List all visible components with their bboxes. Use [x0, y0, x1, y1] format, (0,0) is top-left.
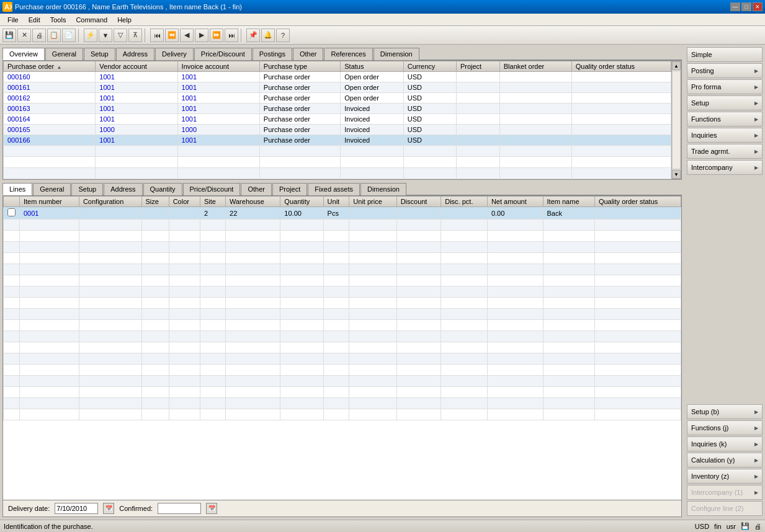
upper-tab-setup[interactable]: Setup [84, 48, 115, 60]
right-btn-posting[interactable]: Posting▶ [687, 63, 763, 78]
upper-table-wrapper[interactable]: Purchase order ▲Vendor accountInvoice ac… [3, 61, 671, 179]
upper-col-blanketorder[interactable]: Blanket order [499, 61, 571, 72]
upper-tab-postings[interactable]: Postings [253, 48, 292, 60]
upper-table-row[interactable]: 00016610011001Purchase orderInvoicedUSD [4, 135, 671, 146]
upper-table-row[interactable]: 00016310011001Purchase orderInvoicedUSD [4, 104, 671, 114]
lower-tab-pricediscount[interactable]: Price/Discount [183, 183, 241, 195]
menu-item-help[interactable]: Help [112, 15, 136, 25]
upper-col-purchasetype[interactable]: Purchase type [259, 61, 340, 72]
toolbar-btn-20[interactable]: ? [276, 29, 290, 42]
lower-tab-quantity[interactable]: Quantity [143, 183, 182, 195]
lower-tab-general[interactable]: General [33, 183, 71, 195]
upper-col-vendoraccount[interactable]: Vendor account [96, 61, 177, 72]
right-btn-lower-functions(j)[interactable]: Functions (j)▶ [687, 420, 763, 435]
row-checkbox[interactable] [7, 208, 16, 216]
menu-item-tools[interactable]: Tools [45, 15, 71, 25]
upper-col-qualityorderstatus[interactable]: Quality order status [571, 61, 671, 72]
menu-item-file[interactable]: File [2, 15, 24, 25]
upper-table-row[interactable]: 00016010011001Purchase orderOpen orderUS… [4, 72, 671, 82]
confirmed-calendar-button[interactable]: 📅 [206, 503, 217, 514]
lower-tab-dimension[interactable]: Dimension [360, 183, 406, 195]
right-btn-intercompany[interactable]: Intercompany▶ [687, 160, 763, 175]
lower-col-itemnumber[interactable]: Item number [20, 197, 79, 207]
lower-col-[interactable] [4, 197, 20, 207]
lower-tab-other[interactable]: Other [241, 183, 272, 195]
close-button[interactable]: ✕ [753, 2, 763, 11]
toolbar-btn-14[interactable]: ▶ [195, 29, 208, 42]
right-btn-lower-inquiries(k)[interactable]: Inquiries (k)▶ [687, 437, 763, 451]
lower-tab-project[interactable]: Project [272, 183, 307, 195]
right-btn-simple[interactable]: Simple [687, 47, 763, 62]
lower-tab-fixedassets[interactable]: Fixed assets [308, 183, 360, 195]
upper-tab-overview[interactable]: Overview [2, 48, 45, 60]
minimize-button[interactable]: — [730, 2, 740, 11]
scroll-up[interactable]: ▲ [672, 61, 681, 70]
lower-tab-lines[interactable]: Lines [2, 183, 32, 195]
delivery-date-input[interactable] [55, 503, 98, 514]
upper-col-status[interactable]: Status [341, 61, 404, 72]
lower-col-quantity[interactable]: Quantity [280, 197, 323, 207]
upper-col-currency[interactable]: Currency [403, 61, 456, 72]
upper-tab-other[interactable]: Other [293, 48, 324, 60]
lower-col-warehouse[interactable]: Warehouse [226, 197, 280, 207]
lower-col-configuration[interactable]: Configuration [79, 197, 141, 207]
confirmed-input[interactable] [158, 503, 201, 514]
lower-col-qualityorderstatus[interactable]: Quality order status [594, 197, 681, 207]
toolbar-btn-1[interactable]: ✕ [17, 29, 31, 42]
lower-table-row[interactable]: 000122210.00Pcs0.00Back [4, 207, 681, 219]
toolbar-btn-19[interactable]: 🔔 [261, 29, 275, 42]
lower-col-discount[interactable]: Discount [396, 197, 441, 207]
toolbar-btn-0[interactable]: 💾 [2, 29, 16, 42]
lower-col-netamount[interactable]: Net amount [487, 197, 543, 207]
lower-col-unit[interactable]: Unit [323, 197, 349, 207]
upper-table-row[interactable]: 00016410011001Purchase orderInvoicedUSD [4, 114, 671, 125]
upper-tab-address[interactable]: Address [116, 48, 154, 60]
toolbar-btn-16[interactable]: ⏭ [225, 29, 238, 42]
upper-col-purchaseorder[interactable]: Purchase order ▲ [4, 61, 96, 72]
toolbar-btn-15[interactable]: ⏩ [210, 29, 223, 42]
scroll-down[interactable]: ▼ [672, 170, 681, 179]
lower-col-site[interactable]: Site [200, 197, 226, 207]
toolbar-btn-13[interactable]: ◀ [180, 29, 194, 42]
toolbar-btn-18[interactable]: 📌 [246, 29, 260, 42]
upper-scrollbar[interactable]: ▲ ▼ [671, 61, 681, 179]
delivery-date-calendar-button[interactable]: 📅 [103, 503, 114, 514]
upper-col-invoiceaccount[interactable]: Invoice account [177, 61, 259, 72]
toolbar-btn-7[interactable]: ▼ [99, 29, 112, 42]
upper-tab-dimension[interactable]: Dimension [374, 48, 419, 60]
toolbar-btn-3[interactable]: 📋 [47, 29, 61, 42]
right-btn-lower-calculation(y)[interactable]: Calculation (y)▶ [687, 453, 763, 468]
toolbar-btn-8[interactable]: ▽ [114, 29, 127, 42]
toolbar-btn-11[interactable]: ⏮ [150, 29, 164, 42]
lower-col-itemname[interactable]: Item name [543, 197, 594, 207]
menu-item-command[interactable]: Command [71, 15, 112, 25]
upper-table-row[interactable]: 00016110011001Purchase orderOpen orderUS… [4, 82, 671, 93]
right-btn-inquiries[interactable]: Inquiries▶ [687, 128, 763, 143]
right-btn-lower-setup(b)[interactable]: Setup (b)▶ [687, 404, 763, 419]
lower-col-color[interactable]: Color [169, 197, 200, 207]
right-btn-functions[interactable]: Functions▶ [687, 112, 763, 126]
menu-item-edit[interactable]: Edit [24, 15, 45, 25]
toolbar-btn-2[interactable]: 🖨 [32, 29, 46, 42]
lower-tab-setup[interactable]: Setup [71, 183, 103, 195]
right-btn-lower-inventory(z)[interactable]: Inventory (z)▶ [687, 469, 763, 484]
toolbar-btn-4[interactable]: 📄 [62, 29, 76, 42]
lower-tab-address[interactable]: Address [104, 183, 142, 195]
toolbar-btn-12[interactable]: ⏪ [165, 29, 179, 42]
right-btn-tradeagrmt[interactable]: Trade agrmt.▶ [687, 144, 763, 159]
toolbar-btn-9[interactable]: ⊼ [128, 29, 142, 42]
lower-col-size[interactable]: Size [141, 197, 169, 207]
upper-table-row[interactable]: 00016210011001Purchase orderOpen orderUS… [4, 93, 671, 104]
right-btn-setup[interactable]: Setup▶ [687, 95, 763, 110]
upper-col-project[interactable]: Project [456, 61, 499, 72]
upper-tab-references[interactable]: References [324, 48, 372, 60]
upper-tab-general[interactable]: General [45, 48, 83, 60]
lower-col-unitprice[interactable]: Unit price [349, 197, 396, 207]
lower-col-discpct[interactable]: Disc. pct. [441, 197, 488, 207]
lower-table-wrapper[interactable]: Item numberConfigurationSizeColorSiteWar… [3, 196, 681, 500]
upper-tab-delivery[interactable]: Delivery [155, 48, 194, 60]
toolbar-btn-6[interactable]: ⚡ [84, 29, 97, 42]
maximize-button[interactable]: □ [741, 2, 751, 11]
upper-tab-pricediscount[interactable]: Price/Discount [194, 48, 252, 60]
right-btn-proforma[interactable]: Pro forma▶ [687, 79, 763, 94]
